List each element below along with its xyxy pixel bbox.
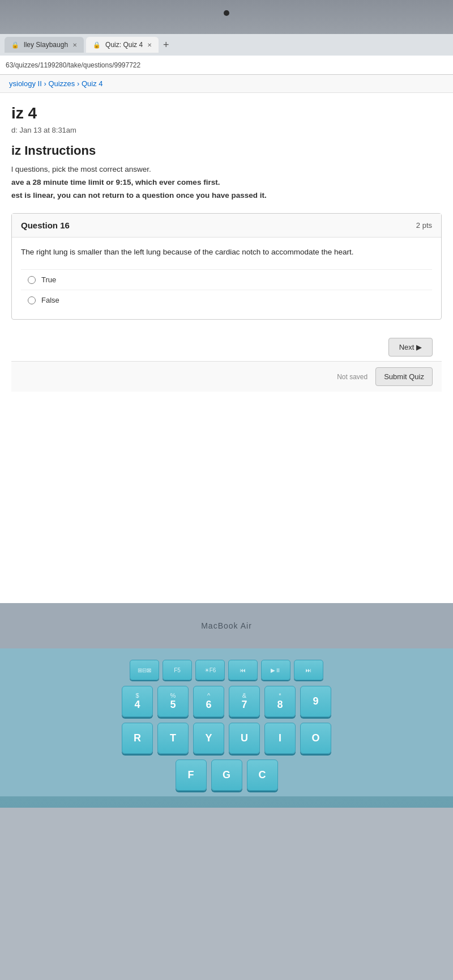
breadcrumb: ysiology II › Quizzes › Quiz 4	[0, 75, 453, 93]
key-c-label: C	[259, 769, 266, 781]
key-4-top: $	[135, 692, 139, 699]
tab-label-1: lley Slaybaugh	[24, 41, 68, 49]
keyboard-container: ⊞⊟⊠ F5 ☀F6 ⏮ ▶⏸ ⏭ $ 4	[0, 648, 453, 808]
breadcrumb-item-2[interactable]: Quizzes	[48, 79, 75, 88]
radio-true[interactable]	[28, 276, 36, 284]
fn-key-f7-label: ⏮	[240, 667, 246, 673]
tab-label-2: Quiz: Quiz 4	[105, 41, 143, 49]
key-o[interactable]: O	[300, 723, 331, 754]
key-y-label: Y	[205, 732, 212, 744]
not-saved-label: Not saved	[337, 373, 367, 381]
fn-key-f4[interactable]: ⊞⊟⊠	[130, 660, 159, 680]
address-text: 63/quizzes/1199280/take/questions/999772…	[6, 61, 140, 69]
key-8-top: *	[279, 692, 281, 699]
key-f[interactable]: F	[176, 760, 207, 791]
key-5-top: %	[170, 692, 176, 699]
key-r[interactable]: R	[122, 723, 153, 754]
key-t[interactable]: T	[157, 723, 189, 754]
key-9[interactable]: 9	[300, 686, 331, 717]
browser-window: 🔒 lley Slaybaugh ✕ 🔒 Quiz: Quiz 4 ✕ + 63…	[0, 34, 453, 603]
keyboard: ⊞⊟⊠ F5 ☀F6 ⏮ ▶⏸ ⏭ $ 4	[0, 648, 453, 796]
tab-close-1[interactable]: ✕	[72, 42, 77, 48]
key-f-label: F	[188, 769, 194, 781]
key-g-label: G	[223, 769, 230, 781]
key-u[interactable]: U	[229, 723, 260, 754]
key-6[interactable]: ^ 6	[193, 686, 224, 717]
letter-row-2: F G C	[6, 760, 447, 791]
fn-key-f4-label: ⊞⊟⊠	[138, 667, 151, 673]
key-g[interactable]: G	[211, 760, 242, 791]
key-y[interactable]: Y	[193, 723, 224, 754]
fn-key-f9[interactable]: ⏭	[294, 660, 323, 680]
key-i-label: I	[279, 732, 281, 744]
radio-false[interactable]	[28, 296, 36, 304]
answer-option-true[interactable]: True	[21, 269, 432, 290]
answer-option-false[interactable]: False	[21, 290, 432, 310]
key-4[interactable]: $ 4	[122, 686, 153, 717]
key-o-label: O	[311, 732, 319, 744]
question-text: The right lung is smaller than the left …	[21, 247, 432, 258]
tab-quiz[interactable]: 🔒 Quiz: Quiz 4 ✕	[86, 37, 159, 53]
key-5[interactable]: % 5	[157, 686, 189, 717]
key-7[interactable]: & 7	[229, 686, 260, 717]
next-button[interactable]: Next ▶	[388, 338, 433, 357]
breadcrumb-item-1[interactable]: ysiology II	[9, 79, 42, 88]
address-bar[interactable]: 63/quizzes/1199280/take/questions/999772…	[0, 56, 453, 75]
tab-icon-1: 🔒	[11, 41, 19, 49]
key-8[interactable]: * 8	[264, 686, 296, 717]
question-points: 2 pts	[416, 221, 432, 230]
fn-key-row: ⊞⊟⊠ F5 ☀F6 ⏮ ▶⏸ ⏭	[6, 660, 447, 680]
fn-key-f8-label: ▶⏸	[271, 667, 281, 673]
submit-row: Not saved Submit Quiz	[11, 361, 442, 392]
tab-icon-2: 🔒	[93, 41, 101, 49]
laptop-top-bezel	[0, 0, 453, 34]
tab-bar: 🔒 lley Slaybaugh ✕ 🔒 Quiz: Quiz 4 ✕ +	[0, 34, 453, 56]
instructions-list: l questions, pick the most correct answe…	[11, 165, 442, 200]
question-body: The right lung is smaller than the left …	[12, 237, 441, 319]
key-c[interactable]: C	[247, 760, 278, 791]
tab-slaybaugh[interactable]: 🔒 lley Slaybaugh ✕	[5, 37, 84, 53]
new-tab-button[interactable]: +	[161, 39, 172, 51]
key-6-top: ^	[207, 692, 210, 699]
number-key-row: $ 4 % 5 ^ 6 & 7 * 8 9	[6, 686, 447, 717]
fn-key-f6[interactable]: ☀F6	[195, 660, 225, 680]
key-6-main: 6	[206, 699, 211, 711]
key-9-main: 9	[313, 695, 318, 707]
fn-key-f7[interactable]: ⏮	[228, 660, 258, 680]
navigation-row: Next ▶	[11, 333, 442, 361]
instruction-1: l questions, pick the most correct answe…	[11, 165, 442, 173]
tab-close-2[interactable]: ✕	[147, 42, 152, 48]
key-7-main: 7	[241, 699, 247, 711]
key-i[interactable]: I	[264, 723, 296, 754]
submit-quiz-button[interactable]: Submit Quiz	[375, 367, 433, 386]
key-8-main: 8	[277, 699, 283, 711]
breadcrumb-sep-2: ›	[77, 79, 82, 88]
instruction-2: ave a 28 minute time limit or 9:15, whic…	[11, 178, 442, 186]
instruction-3: est is linear, you can not return to a q…	[11, 191, 442, 200]
answer-false-label: False	[41, 296, 59, 304]
fn-key-f8[interactable]: ▶⏸	[261, 660, 290, 680]
fn-key-f9-label: ⏭	[306, 667, 311, 673]
laptop-brand-bar: MacBook Air	[0, 603, 453, 648]
question-number: Question 16	[21, 220, 70, 230]
fn-key-f6-label: ☀F6	[204, 667, 216, 673]
letter-row-1: R T Y U I O	[6, 723, 447, 754]
answer-true-label: True	[41, 275, 56, 284]
key-r-label: R	[134, 732, 141, 744]
fn-key-f5-label: F5	[174, 667, 181, 673]
laptop-brand: MacBook Air	[201, 621, 252, 630]
key-u-label: U	[241, 732, 248, 744]
question-header: Question 16 2 pts	[12, 214, 441, 237]
key-t-label: T	[170, 732, 176, 744]
question-box: Question 16 2 pts The right lung is smal…	[11, 213, 442, 320]
key-7-top: &	[242, 692, 246, 699]
quiz-instructions-title: iz Instructions	[11, 143, 442, 158]
main-content: iz 4 d: Jan 13 at 8:31am iz Instructions…	[0, 93, 453, 603]
fn-key-f5[interactable]: F5	[163, 660, 192, 680]
key-4-main: 4	[134, 699, 140, 711]
breadcrumb-item-3: Quiz 4	[82, 79, 103, 88]
quiz-due-date: d: Jan 13 at 8:31am	[11, 126, 442, 134]
quiz-title: iz 4	[11, 104, 442, 122]
camera	[224, 10, 229, 16]
key-5-main: 5	[170, 699, 176, 711]
